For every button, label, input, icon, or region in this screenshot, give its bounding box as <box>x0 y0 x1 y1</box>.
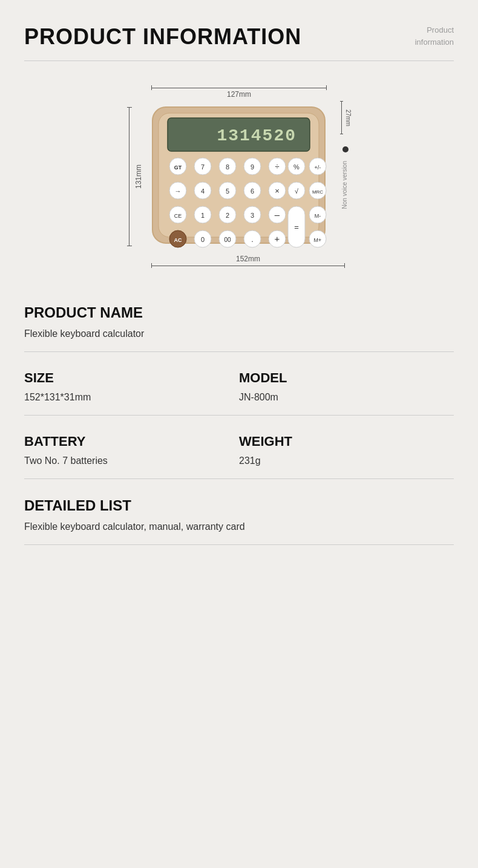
dim-right-label: 27mm <box>345 109 352 126</box>
svg-text:1314520: 1314520 <box>217 126 296 145</box>
size-label: SIZE <box>24 370 239 386</box>
svg-text:%: % <box>293 163 300 171</box>
weight-label: WEIGHT <box>239 434 454 449</box>
dim-left-label: 131mm <box>134 165 143 189</box>
dim-top-bar <box>152 88 326 88</box>
size-model-section: SIZE 152*131*31mm MODEL JN-800m <box>24 352 454 416</box>
svg-text:CE: CE <box>174 213 182 219</box>
svg-text:4: 4 <box>200 188 204 195</box>
product-name-value: Flexible keyboard calculator <box>24 328 454 339</box>
svg-text:→: → <box>174 188 181 195</box>
calculator-diagram: 1314520 GT 7 8 9 <box>146 101 334 252</box>
dim-left-bar <box>127 107 132 246</box>
battery-label: BATTERY <box>24 434 239 449</box>
svg-text:√: √ <box>294 188 298 195</box>
battery-weight-section: BATTERY Two No. 7 batteries WEIGHT 231g <box>24 416 454 479</box>
weight-col: WEIGHT 231g <box>239 434 454 466</box>
svg-text:1: 1 <box>200 212 204 219</box>
svg-text:+/-: +/- <box>314 165 321 171</box>
svg-text:.: . <box>251 235 254 244</box>
svg-text:9: 9 <box>250 163 254 171</box>
dim-left-bar-line <box>129 108 129 246</box>
model-value: JN-800m <box>239 392 454 403</box>
svg-text:AC: AC <box>174 237 182 243</box>
svg-text:2: 2 <box>225 212 229 219</box>
size-col: SIZE 152*131*31mm <box>24 370 239 403</box>
svg-text:00: 00 <box>224 237 231 243</box>
non-voice-label: Non voice version <box>341 161 348 209</box>
page-title: PRODUCT INFORMATION <box>24 24 301 50</box>
detailed-list-label: DETAILED LIST <box>24 497 454 514</box>
product-name-section: PRODUCT NAME Flexible keyboard calculato… <box>24 286 454 352</box>
battery-col: BATTERY Two No. 7 batteries <box>24 434 239 466</box>
svg-text:×: × <box>275 186 280 195</box>
subtitle: Product information <box>415 24 454 48</box>
svg-text:5: 5 <box>225 188 229 195</box>
dim-top-wrapper: 127mm <box>151 85 327 99</box>
diagram-wrapper: 127mm 131mm <box>127 85 352 268</box>
dim-right-bar <box>340 101 343 134</box>
svg-text:0: 0 <box>200 236 204 243</box>
size-value: 152*131*31mm <box>24 392 239 403</box>
svg-text:–: – <box>274 209 280 220</box>
model-col: MODEL JN-800m <box>239 370 454 403</box>
svg-text:GT: GT <box>174 165 182 171</box>
svg-text:6: 6 <box>250 188 254 195</box>
svg-text:÷: ÷ <box>275 162 279 171</box>
dim-bottom-wrapper: 152mm <box>151 255 345 268</box>
dim-top-right-tick <box>326 85 327 90</box>
dim-left-bottom-tick <box>127 246 132 246</box>
svg-text:M+: M+ <box>313 237 321 243</box>
svg-text:M-: M- <box>314 213 321 219</box>
model-label: MODEL <box>239 370 454 386</box>
dim-right-group: 27mm Non voice version <box>340 101 352 252</box>
svg-text:8: 8 <box>225 163 229 171</box>
detailed-list-value: Flexible keyboard calculator, manual, wa… <box>24 521 454 532</box>
page: PRODUCT INFORMATION Product information … <box>0 0 478 868</box>
svg-text:+: + <box>274 233 280 244</box>
dim-bottom-label: 152mm <box>236 255 260 263</box>
svg-text:3: 3 <box>250 212 254 219</box>
dim-bottom-line <box>151 263 345 268</box>
weight-value: 231g <box>239 455 454 466</box>
svg-text:7: 7 <box>200 163 204 171</box>
svg-text:=: = <box>294 223 299 232</box>
detailed-list-section: DETAILED LIST Flexible keyboard calculat… <box>24 479 454 545</box>
battery-value: Two No. 7 batteries <box>24 455 239 466</box>
svg-text:MRC: MRC <box>312 189 322 195</box>
dim-top-line <box>151 85 327 90</box>
header: PRODUCT INFORMATION Product information <box>24 24 454 50</box>
dim-left-wrapper: 131mm <box>127 107 143 246</box>
dim-top-label: 127mm <box>227 90 251 99</box>
non-voice-dot <box>342 146 349 157</box>
diagram-section: 127mm 131mm <box>24 61 454 286</box>
calc-middle-row: 131mm 1314520 GT <box>127 101 352 252</box>
dim-right-wrapper: 27mm <box>340 101 352 134</box>
product-name-label: PRODUCT NAME <box>24 304 454 321</box>
